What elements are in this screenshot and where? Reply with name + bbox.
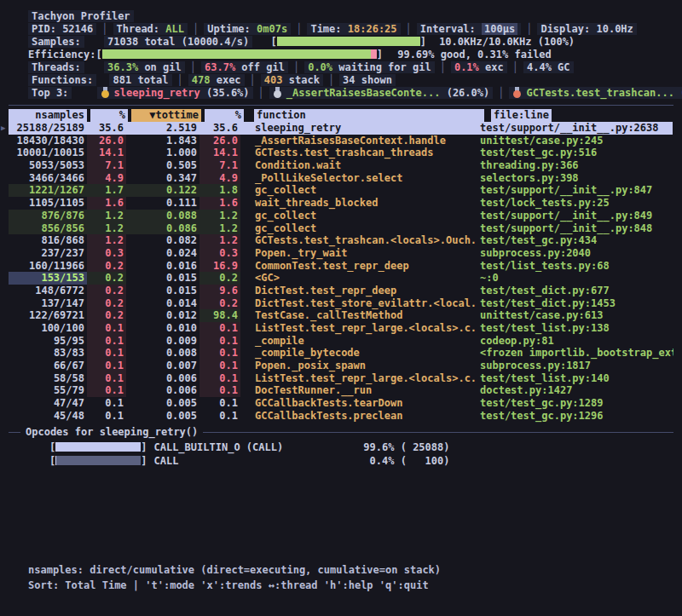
- function-cell: ListTest.test_repr_large.<locals>.c...: [252, 372, 477, 385]
- tottime-cell: 0.111: [126, 197, 199, 210]
- nsamples-cell: 55/79: [9, 384, 87, 397]
- table-row[interactable]: 18430/1843026.01.84326.0_AssertRaisesBas…: [9, 135, 673, 147]
- table-row[interactable]: 83/830.10.0080.1_compile_bytecode<frozen…: [9, 347, 673, 360]
- file-line-cell: threading.py:366: [477, 159, 673, 172]
- profiler-screen: Tachyon Profiler PID: 52146│Thread: ALL│…: [0, 0, 682, 616]
- separator: │: [250, 74, 256, 86]
- separator: │: [296, 23, 302, 35]
- pct-direct-cell: 0.2: [87, 272, 126, 285]
- tottime-cell: 0.122: [126, 184, 199, 197]
- nsamples-cell: 876/876: [9, 210, 87, 222]
- opcode-bar-close-bracket: ]: [141, 455, 147, 467]
- function-cell: DocTestRunner.__run: [252, 384, 477, 397]
- table-row[interactable]: 237/2370.30.0240.3Popen._try_waitsubproc…: [9, 247, 673, 260]
- table-row[interactable]: 95/950.10.0090.1_compilecodeop.py:81: [9, 335, 673, 348]
- column-header-pct-direct[interactable]: %: [90, 109, 128, 122]
- pct-direct-cell: 0.3: [87, 247, 126, 260]
- rule-dash: [9, 432, 20, 433]
- samples-label: Samples:: [28, 36, 84, 48]
- table-row[interactable]: 1105/11051.60.1111.6wait_threads_blocked…: [9, 197, 673, 210]
- table-row[interactable]: 47/470.10.0050.1GCCallbackTests.tearDown…: [9, 397, 673, 410]
- pct-cumulative-cell: 26.0: [199, 135, 240, 147]
- samples-bar: [277, 37, 420, 46]
- column-header-nsamples[interactable]: nsamples: [9, 109, 87, 122]
- tottime-cell: 0.015: [126, 272, 199, 285]
- uptime-field: Uptime: 0m07s: [204, 23, 291, 35]
- nsamples-cell: 160/11966: [9, 260, 87, 273]
- samples-bar-open-bracket: [: [270, 36, 276, 48]
- table-row[interactable]: 66/670.10.0070.1Popen._posix_spawnsubpro…: [9, 360, 673, 372]
- nsamples-cell: 45/48: [9, 410, 87, 423]
- function-cell: CommonTest.test_repr_deep: [252, 260, 477, 273]
- function-cell: Popen._posix_spawn: [252, 360, 477, 372]
- table-row[interactable]: 58/580.10.0060.1ListTest.test_repr_large…: [9, 372, 673, 385]
- pct-cumulative-cell: 98.4: [199, 309, 240, 322]
- opcode-count: ( 25088): [394, 440, 449, 454]
- file-line-cell: subprocess.py:2040: [477, 247, 673, 260]
- file-line-cell: ~:0: [477, 272, 673, 285]
- table-row[interactable]: 876/8761.20.0881.2gc_collecttest/support…: [9, 210, 673, 222]
- pid-value: 52146: [62, 23, 93, 35]
- separator: │: [328, 74, 334, 86]
- nsamples-cell: 58/58: [9, 372, 87, 385]
- status-line: PID: 52146│Thread: ALL│Uptime: 0m07s│Tim…: [28, 23, 673, 36]
- table-row[interactable]: 856/8561.20.0861.2gc_collecttest/support…: [9, 222, 673, 235]
- functions-exec-label: exec: [217, 74, 241, 86]
- pct-direct-cell: 35.6: [87, 122, 126, 135]
- table-row[interactable]: 160/119660.20.01616.9CommonTest.test_rep…: [9, 260, 673, 273]
- tottime-cell: 0.006: [126, 372, 199, 385]
- table-row[interactable]: 10001/1001514.11.00014.1GCTests.test_tra…: [9, 147, 673, 159]
- tottime-cell: 0.008: [126, 347, 199, 360]
- file-line-cell: test/support/__init__.py:847: [477, 184, 673, 197]
- opcode-bar-open-bracket: [: [49, 441, 55, 453]
- table-row[interactable]: 100/1000.10.0100.1ListTest.test_repr_lar…: [9, 322, 673, 335]
- table-row[interactable]: 153/1530.20.0150.2<GC>~:0: [9, 272, 673, 285]
- table-row[interactable]: 122/697210.20.01298.4TestCase._callTestM…: [9, 309, 673, 322]
- opcode-row: []CALL_BUILTIN_O (CALL)99.6% ( 25088): [49, 440, 673, 454]
- nsamples-cell: 25188/25189: [9, 122, 87, 135]
- function-cell: Popen._try_wait: [252, 247, 477, 260]
- opcode-count: ( 100): [394, 454, 449, 468]
- column-header-function[interactable]: function: [254, 109, 484, 122]
- opcode-row: []CALL0.4% ( 100): [49, 454, 673, 468]
- separator: │: [512, 61, 518, 73]
- table-row[interactable]: 137/1470.20.0140.2DictTest.test_store_ev…: [9, 297, 673, 310]
- pct-direct-cell: 0.2: [87, 285, 126, 297]
- time-label: Time:: [310, 23, 341, 35]
- table-row[interactable]: 1221/12671.70.1221.8gc_collecttest/suppo…: [9, 184, 673, 197]
- functions-exec-value: 478: [192, 74, 211, 86]
- table-row[interactable]: 816/8681.20.0821.2GCTests.test_trashcan.…: [9, 234, 673, 247]
- file-line-cell: test/test_gc.py:1296: [477, 410, 673, 423]
- file-line-cell: test/test_list.py:140: [477, 372, 673, 385]
- function-cell: _compile_bytecode: [252, 347, 477, 360]
- function-cell: DictTest.test_store_evilattr.<local...: [252, 297, 477, 310]
- tottime-cell: 0.016: [126, 260, 199, 273]
- uptime-value: 0m07s: [257, 23, 287, 35]
- efficiency-bar: [102, 49, 377, 59]
- table-row[interactable]: 5053/50537.10.5057.1Condition.waitthread…: [9, 159, 673, 172]
- thread-field[interactable]: Thread: ALL: [113, 23, 188, 35]
- table-row[interactable]: 45/480.10.0050.1GCCallbackTests.preclean…: [9, 410, 673, 423]
- interval-field: Interval: 100μs: [417, 23, 521, 35]
- table-row[interactable]: 148/67720.20.0159.6DictTest.test_repr_de…: [9, 285, 673, 297]
- table-row[interactable]: 55/790.10.0060.1DocTestRunner.__rundocte…: [9, 384, 673, 397]
- opcodes-list: []CALL_BUILTIN_O (CALL)99.6% ( 25088)[]C…: [9, 440, 673, 468]
- functions-total-value: 881: [113, 74, 131, 86]
- threads-off-gil: 63.7% off gil: [201, 61, 288, 73]
- exc-value: 0.1%: [454, 61, 479, 73]
- table-row[interactable]: 3466/34664.90.3474.9_PollLikeSelector.se…: [9, 172, 673, 185]
- pct-direct-cell: 4.9: [87, 172, 126, 185]
- table-row[interactable]: ▶25188/2518935.62.51935.6sleeping_retryt…: [9, 122, 673, 135]
- tottime-cell: 0.088: [126, 210, 199, 222]
- pct-direct-cell: 1.7: [87, 184, 126, 197]
- column-header-tottime-sorted[interactable]: ▼tottime: [131, 109, 201, 122]
- file-line-cell: unittest/case.py:245: [477, 135, 673, 147]
- tottime-cell: 0.014: [126, 297, 199, 310]
- pct-cumulative-cell: 4.9: [199, 172, 240, 185]
- interval-value: 100μs: [482, 23, 517, 35]
- column-header-file-line[interactable]: file:line: [491, 109, 552, 122]
- pct-direct-cell: 26.0: [87, 135, 126, 147]
- tottime-cell: 0.010: [126, 322, 199, 335]
- column-header-pct-cumulative[interactable]: %: [205, 109, 244, 122]
- threads-line: Threads: 36.3% on gil│63.7% off gil│0.0%…: [28, 61, 673, 74]
